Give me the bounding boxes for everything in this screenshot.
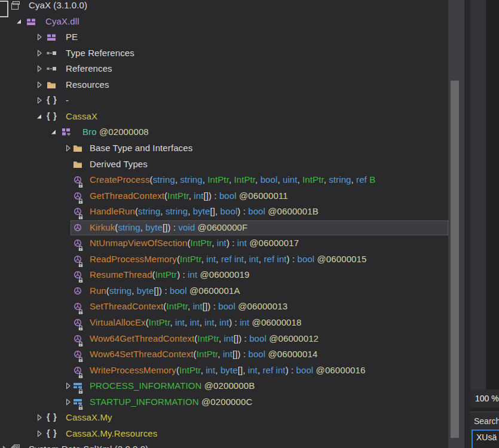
expander-collapsed-icon[interactable] (35, 64, 44, 73)
tree-item-label: CreateProcess(string, string, IntPtr, In… (90, 174, 375, 185)
tree-row-method-virtualallocex[interactable]: VirtualAllocEx(IntPtr, int, int, int, in… (0, 315, 448, 331)
tree-item-label: System.Data.SqlXml (2.0.0.0) (29, 444, 148, 448)
tree-row-method-createprocess[interactable]: CreateProcess(string, string, IntPtr, In… (0, 172, 448, 188)
expander-collapsed-icon[interactable] (35, 413, 44, 422)
tree-item-label: Resources (66, 79, 109, 90)
tree-item-label: CassaX.My (66, 412, 112, 422)
tree-item-label: CyaX.dll (45, 16, 79, 26)
tree-row-method-wow64setthreadcontext[interactable]: Wow64SetThreadContext(IntPtr, int[]) : b… (0, 346, 448, 363)
tree-row-method-writeprocessmemory[interactable]: WriteProcessMemory(IntPtr, int, byte[], … (0, 363, 448, 379)
expander-collapsed-icon[interactable] (63, 143, 73, 153)
tree-row-assembly-system-data-sqlxml[interactable]: System.Data.SqlXml (2.0.0.0) (0, 441, 448, 448)
tree-row-assembly-cyax[interactable]: CyaX (3.1.0.0) (0, 0, 448, 14)
tree-item-label: Kirkuk(string, byte[]) : void @0600000F (90, 222, 247, 232)
lock-overlay-icon (78, 323, 84, 329)
tree-item-label: Run(string, byte[]) : bool @0600001A (90, 286, 240, 296)
zoom-level-dropdown[interactable]: 100 % (470, 389, 499, 408)
tree-row-resources[interactable]: Resources (0, 77, 448, 93)
lock-overlay-icon (78, 259, 84, 265)
tree-item-label: Wow64GetThreadContext(IntPtr, int[]) : b… (90, 333, 319, 343)
tree-row-struct-startup-information[interactable]: STARTUP_INFORMATION @0200000C (0, 394, 448, 410)
tree-item-label: HandleRun(string, string, byte[], bool) … (90, 206, 319, 216)
tree-row-method-wow64getthreadcontext[interactable]: Wow64GetThreadContext(IntPtr, int[]) : b… (0, 331, 448, 347)
expander-collapsed-icon[interactable] (63, 397, 73, 407)
lock-overlay-icon (78, 370, 84, 376)
typeref-icon (47, 48, 56, 58)
typeref-icon (47, 64, 56, 73)
assembly-icon (11, 1, 20, 10)
tree-item-label: CassaX (66, 111, 97, 121)
tree-row-pe[interactable]: PE (0, 29, 448, 45)
assembly-explorer-tree: CyaX (3.1.0.0)CyaX.dllPEType ReferencesR… (0, 0, 448, 448)
expander-expanded-icon[interactable] (49, 127, 59, 137)
tree-item-label: ResumeThread(IntPtr) : int @06000019 (90, 269, 249, 280)
editor-margin-strip (470, 0, 486, 389)
lock-overlay-icon (78, 402, 84, 408)
lock-overlay-icon (78, 211, 84, 217)
tree-item-label: NtUnmapViewOfSection(IntPtr, int) : int … (90, 238, 299, 248)
search-input[interactable]: XUsä (472, 429, 499, 448)
expander-collapsed-icon[interactable] (35, 96, 44, 105)
scrollbar-thumb[interactable] (451, 81, 459, 438)
expander-collapsed-icon[interactable] (35, 32, 44, 42)
pane-divider[interactable] (464, 0, 470, 448)
tree-row-references[interactable]: References (0, 61, 448, 77)
tree-row-method-getthreadcontext[interactable]: GetThreadContext(IntPtr, int[]) : bool @… (0, 188, 448, 204)
tree-item-label: SetThreadContext(IntPtr, int[]) : bool @… (90, 301, 287, 311)
expander-collapsed-icon[interactable] (35, 80, 44, 90)
tree-item-label: VirtualAllocEx(IntPtr, int, int, int, in… (90, 317, 301, 327)
tree-row-namespace-cassax-my-resources[interactable]: { }CassaX.My.Resources (0, 426, 448, 442)
tree-item-label: References (66, 63, 112, 73)
tree-row-struct-process-information[interactable]: PROCESS_INFORMATION @0200000B (0, 378, 448, 394)
tree-item-label: PROCESS_INFORMATION @0200000B (90, 381, 255, 391)
tree-item-label: ReadProcessMemory(IntPtr, int, ref int, … (90, 254, 366, 264)
folder-icon (73, 159, 82, 169)
lock-overlay-icon (78, 243, 84, 249)
tree-row-namespace-empty[interactable]: { }- (0, 93, 448, 109)
tree-row-base-type-and-interfaces[interactable]: Base Type and Interfaces (0, 140, 448, 157)
tree-row-method-readprocessmemory[interactable]: ReadProcessMemory(IntPtr, int, ref int, … (0, 251, 448, 268)
tree-row-class-bro[interactable]: Bro @02000008 (0, 124, 448, 140)
tree-row-method-kirkuk[interactable]: Kirkuk(string, byte[]) : void @0600000F (0, 220, 448, 236)
tree-row-namespace-cassax[interactable]: { }CassaX (0, 109, 448, 125)
method-icon (73, 223, 82, 232)
expander-collapsed-icon[interactable] (35, 48, 44, 58)
ns-icon: { } (47, 111, 56, 121)
tree-item-label: Derived Types (90, 159, 148, 169)
tree-row-method-setthreadcontext[interactable]: SetThreadContext(IntPtr, int[]) : bool @… (0, 299, 448, 315)
expander-expanded-icon[interactable] (14, 17, 24, 26)
tree-item-label: CyaX (3.1.0.0) (29, 0, 87, 10)
assembly-multi-icon (11, 444, 20, 448)
ns-icon: { } (47, 95, 56, 105)
tree-row-method-run[interactable]: Run(string, byte[]) : bool @0600001A (0, 283, 448, 299)
lock-overlay-icon (78, 354, 84, 360)
lock-overlay-icon (78, 306, 84, 312)
module-icon (47, 32, 56, 42)
tree-row-derived-types[interactable]: Derived Types (0, 157, 448, 173)
expander-expanded-icon[interactable] (35, 112, 44, 121)
expander-collapsed-icon[interactable] (35, 429, 44, 438)
tree-item-label: CassaX.My.Resources (66, 428, 157, 438)
tree-item-label: - (66, 95, 69, 105)
tree-scrollbar[interactable] (448, 0, 464, 448)
module-icon (26, 17, 36, 26)
search-label: Search (474, 416, 499, 426)
tree-item-label: PE (66, 32, 78, 42)
ns-icon: { } (47, 412, 56, 422)
tree-row-method-ntunmapviewofsection[interactable]: NtUnmapViewOfSection(IntPtr, int) : int … (0, 235, 448, 251)
search-pane: Search XUsä (470, 412, 499, 448)
tree-item-label: Wow64SetThreadContext(IntPtr, int[]) : b… (90, 349, 317, 359)
lock-overlay-icon (78, 196, 84, 202)
zoom-level-value: 100 % (475, 394, 499, 403)
tree-row-method-resumethread[interactable]: ResumeThread(IntPtr) : int @06000019 (0, 267, 448, 283)
tree-item-label: GetThreadContext(IntPtr, int[]) : bool @… (90, 191, 288, 201)
ns-icon: { } (47, 428, 56, 438)
folder-icon (47, 80, 56, 90)
dnspy-window: { "colors": { "txt": "#dcdcdc", "kw": "#… (0, 0, 499, 448)
expander-collapsed-icon[interactable] (63, 381, 73, 391)
tree-row-type-references[interactable]: Type References (0, 45, 448, 62)
tree-row-module-cyax-dll[interactable]: CyaX.dll (0, 14, 448, 30)
expander-collapsed-icon[interactable] (0, 444, 10, 448)
tree-row-namespace-cassax-my[interactable]: { }CassaX.My (0, 410, 448, 426)
tree-row-method-handlerun[interactable]: HandleRun(string, string, byte[], bool) … (0, 204, 448, 220)
